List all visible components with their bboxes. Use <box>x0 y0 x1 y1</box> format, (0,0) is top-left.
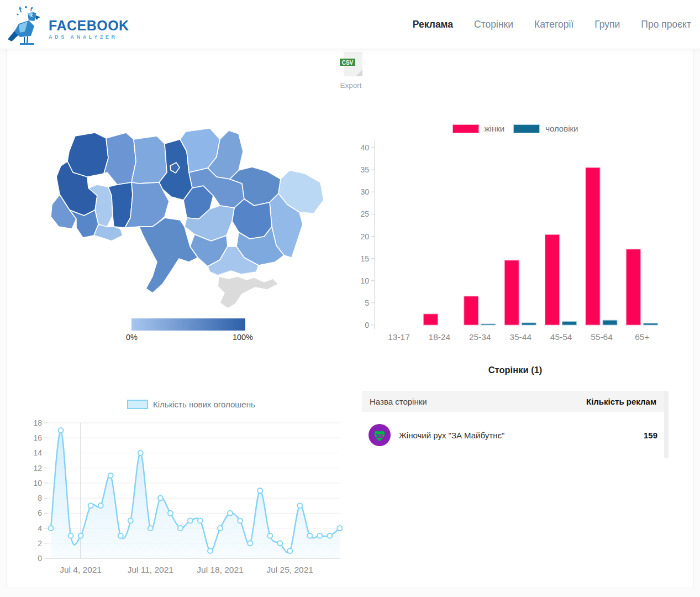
svg-text:0: 0 <box>38 554 42 563</box>
svg-text:Jul 18, 2021: Jul 18, 2021 <box>197 565 243 574</box>
nav-categories[interactable]: Категорії <box>534 19 573 30</box>
map-legend-min: 0% <box>126 333 138 342</box>
csv-badge-text: CSV <box>342 60 354 66</box>
svg-text:30: 30 <box>360 187 369 196</box>
table-header: Назва сторінки Кількість реклам <box>362 391 664 412</box>
legend-item-men[interactable]: чоловіки <box>513 124 578 133</box>
svg-text:12: 12 <box>33 464 42 473</box>
nav-groups[interactable]: Групи <box>594 19 620 30</box>
new-ads-timeline-chart[interactable]: 024681012141618Jul 4, 2021Jul 11, 2021Ju… <box>27 416 347 579</box>
svg-text:14: 14 <box>33 448 42 457</box>
bird-logo-icon: f f <box>7 3 48 46</box>
column-page-name: Назва сторінки <box>370 397 427 406</box>
svg-text:40: 40 <box>360 143 369 152</box>
svg-text:25: 25 <box>360 210 369 218</box>
bar-chart-legend: жінки чоловіки <box>359 124 671 133</box>
table-row[interactable]: за Жіночий рух "ЗА Майбутнє" 159 <box>362 412 664 458</box>
table-scrollbar[interactable] <box>664 391 669 458</box>
logo[interactable]: f f FACEBOOK ADS ANALYZER <box>7 3 129 46</box>
svg-text:f: f <box>30 6 33 13</box>
svg-text:5: 5 <box>365 298 369 307</box>
main-nav: Реклама Сторінки Категорії Групи Про про… <box>413 19 691 30</box>
legend-label-men: чоловіки <box>545 124 578 133</box>
region-crimea[interactable] <box>218 276 278 308</box>
svg-text:Jul 4, 2021: Jul 4, 2021 <box>60 565 102 574</box>
page-name: Жіночий рух "ЗА Майбутнє" <box>399 431 504 440</box>
svg-text:8: 8 <box>38 494 42 502</box>
svg-text:20: 20 <box>360 232 369 241</box>
header: f f FACEBOOK ADS ANALYZER Реклама Сторін… <box>0 0 700 49</box>
timeline-legend-label: Кількість нових оголошень <box>153 400 255 409</box>
logo-text: FACEBOOK ADS ANALYZER <box>49 19 129 40</box>
svg-text:6: 6 <box>38 509 42 517</box>
nav-ads[interactable]: Реклама <box>413 19 453 30</box>
svg-text:65+: 65+ <box>635 332 649 342</box>
svg-text:10: 10 <box>33 479 42 488</box>
pages-table: Назва сторінки Кількість реклам за Жіноч… <box>362 391 669 458</box>
svg-text:4: 4 <box>38 524 42 533</box>
svg-text:10: 10 <box>360 276 369 285</box>
timeline-legend-swatch <box>127 400 148 409</box>
svg-text:18: 18 <box>33 418 42 427</box>
nav-pages[interactable]: Сторінки <box>474 19 513 30</box>
export-button[interactable]: CSV Export <box>330 51 372 90</box>
legend-item-women[interactable]: жінки <box>452 124 505 133</box>
map-legend-gradient <box>131 318 245 331</box>
svg-text:16: 16 <box>33 433 42 442</box>
logo-title: FACEBOOK <box>49 19 129 33</box>
avatar-text: за <box>376 432 383 439</box>
region-volyn[interactable] <box>67 133 108 177</box>
region-rivne[interactable] <box>104 133 136 185</box>
age-gender-bar-chart[interactable]: 051015202530354013-1718-2425-3435-4445-5… <box>359 133 671 345</box>
region-zhytomyr[interactable] <box>131 136 167 184</box>
page-ads-count: 159 <box>644 431 657 440</box>
svg-text:35-44: 35-44 <box>509 332 531 342</box>
svg-text:45-54: 45-54 <box>550 332 572 342</box>
nav-about[interactable]: Про проєкт <box>641 19 691 30</box>
export-label: Export <box>330 81 372 90</box>
logo-subtitle: ADS ANALYZER <box>49 34 129 40</box>
column-ads-count: Кількість реклам <box>586 397 656 406</box>
pages-section: Сторінки (1) Назва сторінки Кількість ре… <box>362 365 669 458</box>
page-avatar: за <box>369 424 391 446</box>
svg-text:Jul 25, 2021: Jul 25, 2021 <box>266 565 313 574</box>
csv-file-icon: CSV <box>334 51 367 78</box>
legend-swatch-men <box>513 124 540 133</box>
region-dnipro[interactable] <box>232 199 272 239</box>
map-legend-max: 100% <box>233 333 253 342</box>
svg-text:18-24: 18-24 <box>429 332 451 342</box>
svg-text:2: 2 <box>38 539 42 548</box>
svg-text:55-64: 55-64 <box>591 332 613 342</box>
svg-text:f: f <box>18 5 23 14</box>
svg-text:15: 15 <box>360 254 369 263</box>
svg-text:13-17: 13-17 <box>388 332 410 342</box>
svg-text:Jul 11, 2021: Jul 11, 2021 <box>128 565 173 574</box>
svg-text:0: 0 <box>365 321 369 329</box>
svg-text:35: 35 <box>360 165 369 174</box>
map-legend: 0% 100% <box>126 318 254 342</box>
legend-label-women: жінки <box>485 124 505 133</box>
legend-swatch-women <box>452 124 479 133</box>
svg-text:25-34: 25-34 <box>469 332 491 342</box>
pages-title: Сторінки (1) <box>362 365 669 375</box>
timeline-legend[interactable]: Кількість нових оголошень <box>127 400 255 409</box>
ukraine-choropleth-map <box>44 117 331 313</box>
